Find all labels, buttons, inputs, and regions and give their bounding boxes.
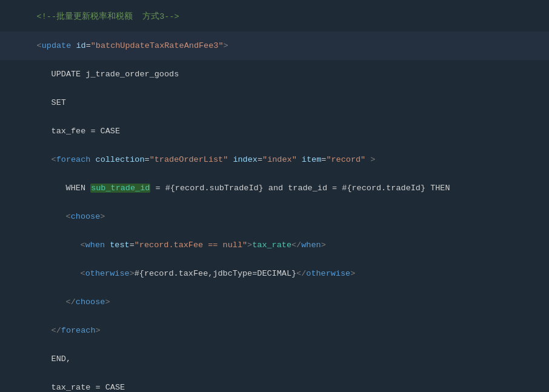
line-10: <otherwise>#{record.taxFee,jdbcType=DECI… <box>0 259 549 288</box>
line-2: <update id="batchUpdateTaxRateAndFee3"> <box>0 32 549 60</box>
comment-text: <!--批量更新税率和税额 方式3--> <box>37 12 179 21</box>
line-7: WHEN sub_trade_id = #{record.subTradeId}… <box>0 174 549 202</box>
line-4: SET <box>0 88 549 117</box>
line-3: UPDATE j_trade_order_goods <box>0 60 549 88</box>
highlight-sub-trade-id-1: sub_trade_id <box>90 184 150 193</box>
line-6: <foreach collection="tradeOrderList" ind… <box>0 145 549 174</box>
line-13: END, <box>0 345 549 373</box>
line-8: <choose> <box>0 202 549 231</box>
line-5: tax_fee = CASE <box>0 117 549 145</box>
line-12: </foreach> <box>0 316 549 345</box>
code-editor: <!--批量更新税率和税额 方式3--> <update id="batchUp… <box>0 0 549 392</box>
line-11: </choose> <box>0 288 549 316</box>
line-9: <when test="record.taxFee == null">tax_r… <box>0 231 549 259</box>
line-14: tax_rate = CASE <box>0 373 549 392</box>
line-1: <!--批量更新税率和税额 方式3--> <box>0 1 549 32</box>
